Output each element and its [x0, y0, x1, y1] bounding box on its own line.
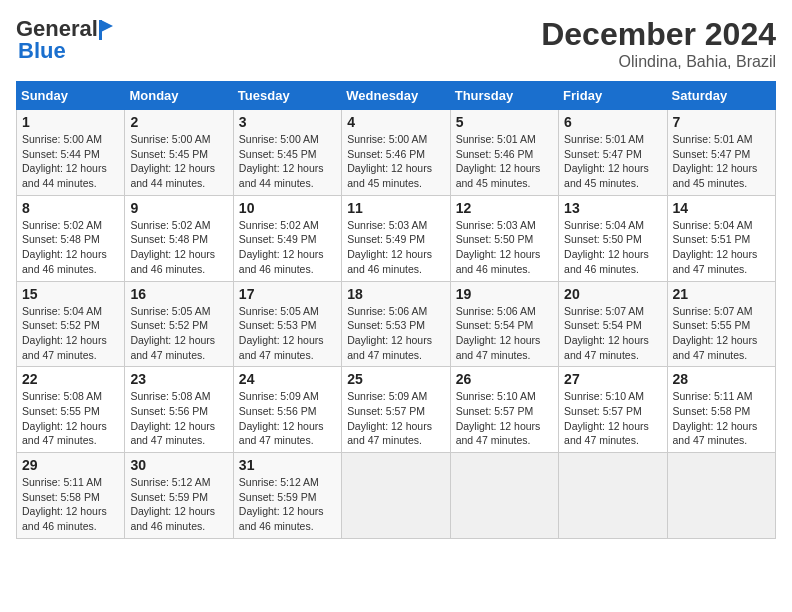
daylight-label: Daylight: 12 hours and 44 minutes. [130, 162, 215, 189]
sunrise-label: Sunrise: 5:03 AM [347, 219, 427, 231]
table-row: 14 Sunrise: 5:04 AM Sunset: 5:51 PM Dayl… [667, 195, 775, 281]
sunset-label: Sunset: 5:54 PM [564, 319, 642, 331]
sunset-label: Sunset: 5:57 PM [564, 405, 642, 417]
day-number: 6 [564, 114, 661, 130]
sunrise-label: Sunrise: 5:00 AM [130, 133, 210, 145]
daylight-label: Daylight: 12 hours and 47 minutes. [347, 334, 432, 361]
table-row: 29 Sunrise: 5:11 AM Sunset: 5:58 PM Dayl… [17, 453, 125, 539]
day-number: 31 [239, 457, 336, 473]
daylight-label: Daylight: 12 hours and 47 minutes. [564, 334, 649, 361]
title-block: December 2024 Olindina, Bahia, Brazil [541, 16, 776, 71]
daylight-label: Daylight: 12 hours and 47 minutes. [347, 420, 432, 447]
table-row: 19 Sunrise: 5:06 AM Sunset: 5:54 PM Dayl… [450, 281, 558, 367]
sunset-label: Sunset: 5:44 PM [22, 148, 100, 160]
day-number: 4 [347, 114, 444, 130]
table-row: 6 Sunrise: 5:01 AM Sunset: 5:47 PM Dayli… [559, 110, 667, 196]
col-friday: Friday [559, 82, 667, 110]
sunset-label: Sunset: 5:47 PM [673, 148, 751, 160]
sunset-label: Sunset: 5:56 PM [239, 405, 317, 417]
sunrise-label: Sunrise: 5:02 AM [22, 219, 102, 231]
daylight-label: Daylight: 12 hours and 47 minutes. [130, 334, 215, 361]
col-monday: Monday [125, 82, 233, 110]
col-saturday: Saturday [667, 82, 775, 110]
calendar-week-row: 22 Sunrise: 5:08 AM Sunset: 5:55 PM Dayl… [17, 367, 776, 453]
day-info: Sunrise: 5:10 AM Sunset: 5:57 PM Dayligh… [564, 389, 661, 448]
sunset-label: Sunset: 5:53 PM [347, 319, 425, 331]
day-number: 12 [456, 200, 553, 216]
daylight-label: Daylight: 12 hours and 46 minutes. [347, 248, 432, 275]
svg-marker-0 [101, 20, 113, 32]
day-info: Sunrise: 5:00 AM Sunset: 5:44 PM Dayligh… [22, 132, 119, 191]
day-info: Sunrise: 5:04 AM Sunset: 5:52 PM Dayligh… [22, 304, 119, 363]
daylight-label: Daylight: 12 hours and 47 minutes. [564, 420, 649, 447]
day-info: Sunrise: 5:05 AM Sunset: 5:52 PM Dayligh… [130, 304, 227, 363]
table-row: 30 Sunrise: 5:12 AM Sunset: 5:59 PM Dayl… [125, 453, 233, 539]
sunrise-label: Sunrise: 5:09 AM [239, 390, 319, 402]
sunrise-label: Sunrise: 5:12 AM [239, 476, 319, 488]
sunset-label: Sunset: 5:58 PM [673, 405, 751, 417]
day-number: 1 [22, 114, 119, 130]
sunrise-label: Sunrise: 5:01 AM [673, 133, 753, 145]
day-info: Sunrise: 5:04 AM Sunset: 5:51 PM Dayligh… [673, 218, 770, 277]
sunrise-label: Sunrise: 5:08 AM [22, 390, 102, 402]
sunset-label: Sunset: 5:48 PM [22, 233, 100, 245]
daylight-label: Daylight: 12 hours and 46 minutes. [564, 248, 649, 275]
calendar-header-row: Sunday Monday Tuesday Wednesday Thursday… [17, 82, 776, 110]
day-info: Sunrise: 5:06 AM Sunset: 5:54 PM Dayligh… [456, 304, 553, 363]
table-row: 16 Sunrise: 5:05 AM Sunset: 5:52 PM Dayl… [125, 281, 233, 367]
day-info: Sunrise: 5:00 AM Sunset: 5:45 PM Dayligh… [239, 132, 336, 191]
sunrise-label: Sunrise: 5:11 AM [22, 476, 102, 488]
sunrise-label: Sunrise: 5:06 AM [456, 305, 536, 317]
sunset-label: Sunset: 5:59 PM [239, 491, 317, 503]
day-info: Sunrise: 5:11 AM Sunset: 5:58 PM Dayligh… [22, 475, 119, 534]
day-info: Sunrise: 5:12 AM Sunset: 5:59 PM Dayligh… [239, 475, 336, 534]
sunrise-label: Sunrise: 5:00 AM [22, 133, 102, 145]
daylight-label: Daylight: 12 hours and 45 minutes. [673, 162, 758, 189]
day-info: Sunrise: 5:11 AM Sunset: 5:58 PM Dayligh… [673, 389, 770, 448]
col-wednesday: Wednesday [342, 82, 450, 110]
sunset-label: Sunset: 5:51 PM [673, 233, 751, 245]
sunrise-label: Sunrise: 5:06 AM [347, 305, 427, 317]
day-info: Sunrise: 5:04 AM Sunset: 5:50 PM Dayligh… [564, 218, 661, 277]
day-info: Sunrise: 5:07 AM Sunset: 5:54 PM Dayligh… [564, 304, 661, 363]
table-row: 2 Sunrise: 5:00 AM Sunset: 5:45 PM Dayli… [125, 110, 233, 196]
table-row: 11 Sunrise: 5:03 AM Sunset: 5:49 PM Dayl… [342, 195, 450, 281]
day-info: Sunrise: 5:08 AM Sunset: 5:56 PM Dayligh… [130, 389, 227, 448]
sunrise-label: Sunrise: 5:05 AM [239, 305, 319, 317]
sunset-label: Sunset: 5:57 PM [347, 405, 425, 417]
table-row: 12 Sunrise: 5:03 AM Sunset: 5:50 PM Dayl… [450, 195, 558, 281]
day-number: 9 [130, 200, 227, 216]
logo-blue-text: Blue [18, 38, 66, 63]
daylight-label: Daylight: 12 hours and 47 minutes. [456, 334, 541, 361]
logo-flag-icon [99, 20, 115, 40]
daylight-label: Daylight: 12 hours and 47 minutes. [22, 420, 107, 447]
daylight-label: Daylight: 12 hours and 47 minutes. [673, 248, 758, 275]
day-number: 2 [130, 114, 227, 130]
daylight-label: Daylight: 12 hours and 46 minutes. [22, 505, 107, 532]
daylight-label: Daylight: 12 hours and 46 minutes. [130, 505, 215, 532]
sunset-label: Sunset: 5:48 PM [130, 233, 208, 245]
day-number: 23 [130, 371, 227, 387]
col-sunday: Sunday [17, 82, 125, 110]
sunset-label: Sunset: 5:45 PM [130, 148, 208, 160]
daylight-label: Daylight: 12 hours and 44 minutes. [22, 162, 107, 189]
sunset-label: Sunset: 5:47 PM [564, 148, 642, 160]
daylight-label: Daylight: 12 hours and 45 minutes. [456, 162, 541, 189]
day-number: 30 [130, 457, 227, 473]
day-number: 14 [673, 200, 770, 216]
day-info: Sunrise: 5:01 AM Sunset: 5:47 PM Dayligh… [673, 132, 770, 191]
day-number: 28 [673, 371, 770, 387]
day-number: 13 [564, 200, 661, 216]
table-row: 18 Sunrise: 5:06 AM Sunset: 5:53 PM Dayl… [342, 281, 450, 367]
sunset-label: Sunset: 5:52 PM [130, 319, 208, 331]
table-row: 31 Sunrise: 5:12 AM Sunset: 5:59 PM Dayl… [233, 453, 341, 539]
calendar-week-row: 8 Sunrise: 5:02 AM Sunset: 5:48 PM Dayli… [17, 195, 776, 281]
table-row: 10 Sunrise: 5:02 AM Sunset: 5:49 PM Dayl… [233, 195, 341, 281]
sunset-label: Sunset: 5:55 PM [22, 405, 100, 417]
table-row [559, 453, 667, 539]
sunset-label: Sunset: 5:45 PM [239, 148, 317, 160]
daylight-label: Daylight: 12 hours and 46 minutes. [239, 505, 324, 532]
sunrise-label: Sunrise: 5:04 AM [673, 219, 753, 231]
daylight-label: Daylight: 12 hours and 47 minutes. [130, 420, 215, 447]
sunrise-label: Sunrise: 5:12 AM [130, 476, 210, 488]
